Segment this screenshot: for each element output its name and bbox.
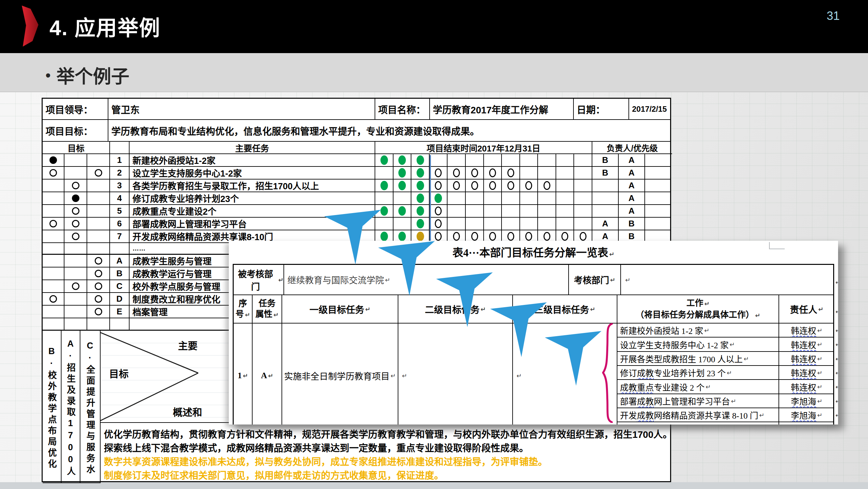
excel-goal-mark-cell [64,167,87,179]
spellcheck-wavy-text: 韩连权 [791,381,816,393]
spellcheck-wavy-text: 韩连权 [791,352,816,365]
word-work-item-stub [617,422,779,425]
word-work-owner: 李旭海↵ [779,408,834,422]
progress-plan-dot [471,168,478,177]
pilcrow-mark: ↵ [731,398,736,405]
progress-plan-dot [525,232,532,241]
gantt-month-cell [520,205,538,218]
gantt-month-cell [411,205,430,218]
goal-column-vertical: A·招生及录取1700人 [62,331,81,483]
excel-goal-mark-cell [64,179,87,192]
gantt-month-cell [394,154,411,167]
excel-goal-mark-cell [43,167,64,179]
gantt-month-cell [556,192,574,205]
spellcheck-wavy-text: 韩连权 [791,367,816,379]
pilcrow-mark: ↵ [759,411,765,419]
excel-row-no: 3 [110,179,129,192]
word-work-item: 部署成教网上管理和学习平台↵ [617,394,779,408]
excel-owner-cell: A [592,218,619,230]
gantt-month-cell [556,218,574,230]
progress-late-dot [416,232,424,241]
excel-goal-mark-cell [87,218,110,230]
callout-arrow-icon [323,209,383,265]
excel-info-label: 日期： [574,99,629,120]
gantt-month-cell [538,205,556,218]
subtitle-band: •举个例子 [0,53,868,92]
gantt-month-cell [520,167,538,179]
pilcrow-mark: ↵ [268,372,273,379]
progress-plan-dot [507,232,514,241]
progress-done-dot [416,155,424,165]
word-row-end-mark: ↵ [835,355,838,362]
header-line: 工作↵ [686,297,710,309]
excel-goal-mark-cell [64,267,87,280]
gantt-month-cell [538,167,556,179]
excel-priority-cell: A [619,167,645,179]
bullet-text: 举个例子 [56,66,129,87]
gantt-month-cell [430,167,447,179]
title-band: 4. 应用举例 31 [0,0,868,53]
gantt-month-cell [466,218,484,230]
gantt-month-cell [375,154,394,167]
summary-line: 探索线上线下混合教学模式，成教网络精品资源共享课达到一定数量，重点专业建设取得阶… [104,440,529,454]
summary-line: 数字共享资源课程建设标准未达成，拟与教务处协同，成立专家组推进标准建设和过程指导… [104,454,548,468]
excel-owner-cell: B [592,154,619,167]
gantt-month-cell [447,192,466,205]
pilcrow-mark: ↵ [817,369,823,376]
word-work-owner-stub [779,422,834,425]
word-work-owner: 韩连权↵ [779,352,834,366]
word-work-owner: 韩连权↵ [779,338,834,352]
excel-goal-mark-cell [43,179,64,192]
excel-priority-cell: A [619,154,645,167]
pilcrow-mark: ↵ [755,312,760,319]
gantt-month-cell [574,154,592,167]
gantt-month-cell [556,154,574,167]
summary-cell: 优化学历教育结构，贯彻教育方针和文件精神，规范开展各类学历教育教学和管理，与校内… [100,423,671,482]
gantt-month-cell [411,218,430,230]
excel-info-value: 2017/2/15 [629,99,671,120]
progress-plan-dot [435,181,442,190]
word-header-attr: 任务属性↵ [253,295,282,323]
gantt-month-cell [411,192,430,205]
progress-plan-dot [489,168,496,177]
excel-row-no: 2 [110,167,129,179]
progress-done-dot [398,206,406,216]
progress-plan-dot [453,232,460,241]
pilcrow-mark: ↵ [243,372,248,379]
header-line: （将目标任务分解成具体工作）↵ [636,309,760,321]
gantt-month-cell [520,179,538,192]
goal-open-mark [50,295,57,303]
progress-plan-dot [435,219,442,228]
gantt-month-cell [520,218,538,230]
excel-row-no [110,243,129,255]
word-work-item: 设立学生支持服务中心 1-2 家↵ [617,338,779,352]
excel-owner-cell [592,192,619,205]
excel-row-no: B [110,267,129,280]
excel-row-no: 7 [110,230,129,243]
gantt-month-cell [502,167,520,179]
progress-plan-dot [561,232,568,241]
gantt-month-cell [484,154,502,167]
pilcrow-mark: ↵ [245,311,250,318]
excel-info-value: 学历教育布局和专业结构优化，信息化服务和管理水平提升，专业和资源建设取得成果。 [108,120,671,142]
word-work-item: 成教重点专业建设 2 个↵ [617,380,779,394]
pilcrow-mark: ↵ [817,398,823,405]
gantt-month-cell [538,218,556,230]
callout-arrow-icon [544,330,603,386]
excel-row-no: 1 [110,154,129,167]
progress-plan-dot [507,181,514,190]
gantt-current-date-line [430,155,431,254]
excel-goal-mark-cell [87,179,110,192]
goal-open-mark [72,220,80,227]
excel-goal-mark-cell [87,167,110,179]
gantt-month-cell [556,167,574,179]
gantt-month-cell [430,205,447,218]
goal-open-mark [50,220,57,227]
excel-goal-mark-cell [64,293,87,306]
gantt-month-cell [502,205,520,218]
goal-open-mark [72,207,80,215]
progress-done-dot [416,194,424,203]
excel-goal-mark-cell [87,293,110,306]
progress-done-dot [398,168,406,177]
gantt-month-cell [394,218,411,230]
